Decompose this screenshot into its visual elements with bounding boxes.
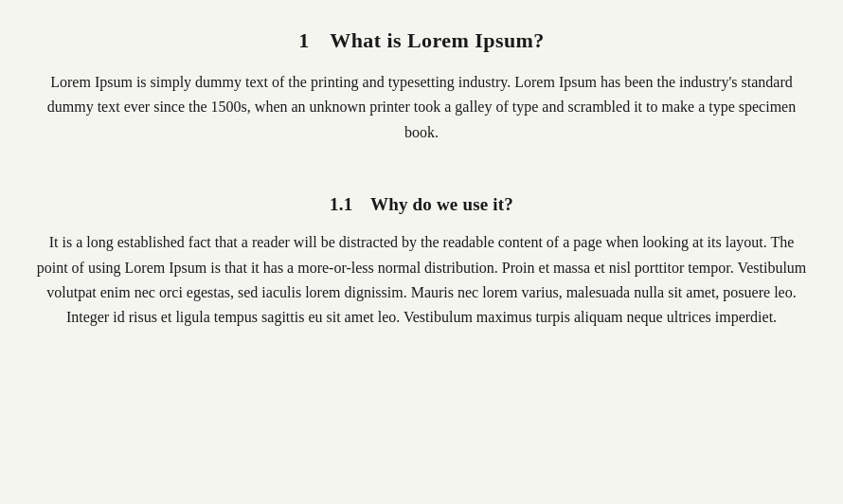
section1-1-paragraph: It is a long established fact that a rea… [33, 230, 810, 331]
section1-number: 1 [298, 28, 309, 52]
section1-title-text: What is Lorem Ipsum? [330, 28, 545, 52]
section1-title: 1 What is Lorem Ipsum? [33, 28, 810, 53]
document-container: 1 What is Lorem Ipsum? Lorem Ipsum is si… [33, 28, 810, 342]
section1-paragraph: Lorem Ipsum is simply dummy text of the … [33, 70, 810, 145]
section1-1-title-text: Why do we use it? [370, 194, 513, 214]
section1-1-title: 1.1 Why do we use it? [33, 194, 810, 215]
section1-1-number: 1.1 [330, 194, 352, 214]
